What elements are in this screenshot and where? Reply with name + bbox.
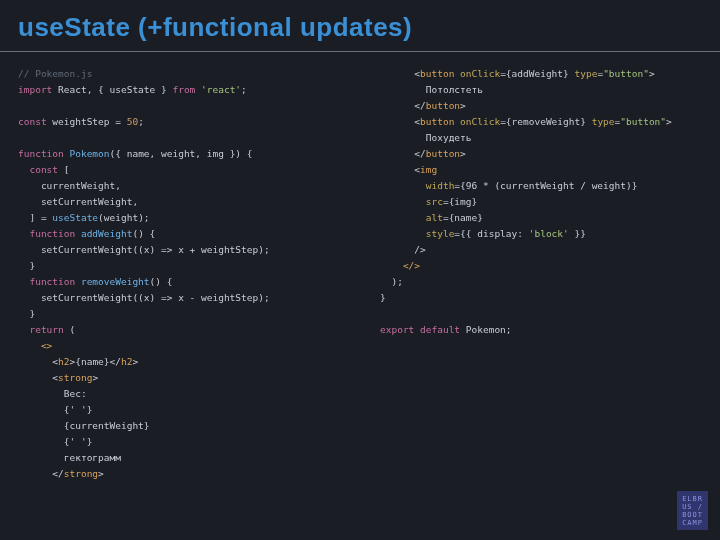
tag-button: button: [420, 68, 454, 79]
attr-src: src: [380, 196, 443, 207]
string-button: "button": [620, 116, 666, 127]
text-ves: Вес:: [18, 388, 87, 399]
code-text: }: [380, 292, 386, 303]
attr-onclick: onClick: [454, 116, 500, 127]
kw-function: function: [18, 148, 64, 159]
kw-export-default: export default: [380, 324, 460, 335]
code-text: (weight);: [98, 212, 149, 223]
kw-const: const: [18, 116, 47, 127]
jsx-close: >: [92, 372, 98, 383]
code-text: }}: [569, 228, 586, 239]
jsx-close: >: [132, 356, 138, 367]
tag-button: button: [420, 116, 454, 127]
jsx-close: >: [460, 148, 466, 159]
code-text: ] =: [18, 212, 52, 223]
string-block: 'block': [529, 228, 569, 239]
code-text: }: [18, 308, 35, 319]
tag-img: img: [420, 164, 437, 175]
attr-width: width: [380, 180, 454, 191]
jsx-fragment-open: <>: [18, 340, 52, 351]
tag-strong: strong: [58, 372, 92, 383]
code-text: }: [18, 260, 35, 271]
text-pohudet: Похудеть: [380, 132, 472, 143]
code-text: >{name}</: [70, 356, 121, 367]
code-text: React, { useState }: [52, 84, 172, 95]
jsx-close: >: [649, 68, 655, 79]
jsx-close: >: [98, 468, 104, 479]
code-column-left: // Pokemon.js import React, { useState }…: [18, 66, 340, 482]
text-potolstet: Потолстеть: [380, 84, 483, 95]
fn-usestate: useState: [52, 212, 98, 223]
jsx-open: <: [380, 68, 420, 79]
code-text: ={name}: [443, 212, 483, 223]
code-text: (: [64, 324, 75, 335]
attr-type: type: [575, 68, 598, 79]
code-text: {currentWeight}: [18, 420, 150, 431]
tag-h2: h2: [121, 356, 132, 367]
jsx-close: >: [666, 116, 672, 127]
tag-button: button: [426, 148, 460, 159]
jsx-open: </: [380, 100, 426, 111]
code-comment: // Pokemon.js: [18, 68, 92, 79]
code-text: () {: [132, 228, 155, 239]
attr-onclick: onClick: [454, 68, 500, 79]
tag-strong: strong: [64, 468, 98, 479]
number-50: 50: [127, 116, 138, 127]
jsx-open: <: [18, 372, 58, 383]
elbrus-logo: ELBR US / BOOT CAMP: [677, 491, 708, 530]
tag-button: button: [426, 100, 460, 111]
code-text: ={removeWeight}: [500, 116, 592, 127]
code-text: ={img}: [443, 196, 477, 207]
attr-style: style: [380, 228, 454, 239]
fn-addweight: addWeight: [75, 228, 132, 239]
string-button: "button": [603, 68, 649, 79]
code-column-right: <button onClick={addWeight} type="button…: [380, 66, 702, 482]
code-text: ={addWeight}: [500, 68, 574, 79]
kw-from: from: [172, 84, 195, 95]
code-text: ={{ display:: [454, 228, 528, 239]
jsx-open: </: [380, 148, 426, 159]
kw-const: const: [18, 164, 58, 175]
code-text: setCurrentWeight,: [18, 196, 138, 207]
jsx-open: <: [18, 356, 58, 367]
code-text: () {: [150, 276, 173, 287]
slide-title: useState (+functional updates): [0, 0, 720, 52]
code-text: setCurrentWeight((x) => x + weightStep);: [18, 244, 270, 255]
punct: ;: [241, 84, 247, 95]
kw-function: function: [18, 276, 75, 287]
punct: ;: [138, 116, 144, 127]
code-text: {' '}: [18, 404, 92, 415]
kw-return: return: [18, 324, 64, 335]
text-hectogram: гектограмм: [18, 452, 121, 463]
code-text: weightStep =: [47, 116, 127, 127]
fn-pokemon: Pokemon: [64, 148, 110, 159]
jsx-close: >: [460, 100, 466, 111]
code-text: [: [58, 164, 69, 175]
code-text: currentWeight,: [18, 180, 121, 191]
kw-import: import: [18, 84, 52, 95]
attr-type: type: [592, 116, 615, 127]
jsx-open: </: [18, 468, 64, 479]
code-text: setCurrentWeight((x) => x - weightStep);: [18, 292, 270, 303]
string-react: 'react': [195, 84, 241, 95]
attr-alt: alt: [380, 212, 443, 223]
tag-h2: h2: [58, 356, 69, 367]
fn-removeweight: removeWeight: [75, 276, 149, 287]
kw-function: function: [18, 228, 75, 239]
code-text: />: [380, 244, 426, 255]
jsx-open: <: [380, 116, 420, 127]
code-text: ({ name, weight, img }) {: [110, 148, 253, 159]
code-text: );: [380, 276, 403, 287]
code-text: Pokemon;: [460, 324, 511, 335]
code-area: // Pokemon.js import React, { useState }…: [0, 52, 720, 482]
code-text: ={96 * (currentWeight / weight)}: [454, 180, 637, 191]
code-text: {' '}: [18, 436, 92, 447]
jsx-fragment-close: </>: [380, 260, 420, 271]
jsx-open: <: [380, 164, 420, 175]
